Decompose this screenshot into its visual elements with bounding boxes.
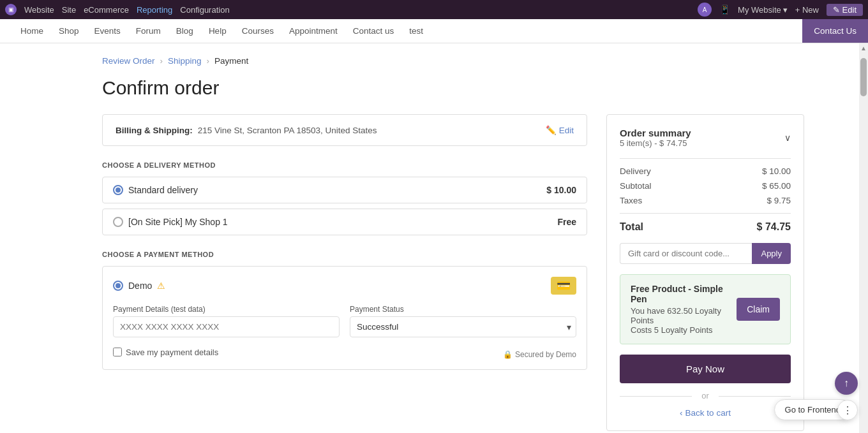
payment-section-header: CHOOSE A PAYMENT METHOD	[102, 251, 587, 258]
delivery-section-header: CHOOSE A DELIVERY METHOD	[102, 161, 587, 169]
payment-fields: Payment Details (test data) Payment Stat…	[113, 305, 576, 337]
radio-standard[interactable]	[113, 185, 123, 195]
admin-nav-configuration[interactable]: Configuration	[180, 5, 229, 15]
nav-test[interactable]: test	[401, 21, 431, 41]
payment-bottom-row: Save my payment details 🔒 Secured by Dem…	[113, 345, 576, 359]
apply-button[interactable]: Apply	[752, 243, 791, 264]
pay-now-button[interactable]: Pay Now	[620, 355, 791, 383]
warning-icon: ⚠	[157, 281, 165, 291]
nav-bar: Home Shop Events Forum Blog Help Courses…	[0, 19, 868, 43]
payment-status-field: Payment Status Successful Declined Pendi…	[350, 305, 576, 337]
radio-demo-payment[interactable]	[113, 281, 123, 291]
billing-info: Billing & Shipping: 215 Vine St, Scranto…	[116, 125, 377, 135]
loyalty-title: Free Product - Simple Pen	[631, 284, 737, 304]
scroll-up-btn[interactable]: ▲	[860, 45, 867, 52]
secured-by-text: Secured by Demo	[515, 350, 576, 359]
taxes-label: Taxes	[620, 196, 642, 205]
pencil-icon: ✏️	[546, 125, 557, 135]
breadcrumb-sep-1: ›	[160, 56, 163, 66]
loyalty-card: Free Product - Simple Pen You have 632.5…	[620, 274, 791, 344]
delivery-name-standard: Standard delivery	[128, 185, 198, 195]
scrollbar[interactable]: ▲	[859, 43, 868, 433]
nav-events[interactable]: Events	[87, 21, 128, 41]
delivery-price-standard: $ 10.00	[546, 185, 576, 195]
back-to-cart-link[interactable]: ‹ Back to cart	[620, 408, 791, 418]
save-payment-label[interactable]: Save my payment details	[113, 348, 218, 357]
summary-title: Order summary	[620, 128, 691, 138]
payment-status-select-wrapper: Successful Declined Pending ▾	[350, 316, 576, 337]
save-payment-checkbox[interactable]	[113, 348, 122, 356]
go-frontend-label: Go to Frontend	[785, 405, 841, 415]
breadcrumb-shipping[interactable]: Shipping	[168, 56, 202, 66]
right-column: Order summary 5 item(s) - $ 74.75 ∨ Deli…	[606, 114, 804, 431]
claim-button[interactable]: Claim	[737, 298, 780, 321]
total-label: Total	[620, 221, 643, 233]
summary-total-line: Total $ 74.75	[620, 221, 791, 233]
nav-appointment[interactable]: Appointment	[281, 21, 345, 41]
delivery-value: $ 10.00	[762, 166, 791, 176]
payment-name: Demo	[128, 281, 152, 291]
my-website-dropdown[interactable]: My Website ▾	[738, 5, 788, 15]
total-value: $ 74.75	[757, 221, 791, 233]
gift-card-row: Apply	[620, 243, 791, 264]
go-frontend-dots-button[interactable]: ⋮	[837, 400, 858, 420]
nav-blog[interactable]: Blog	[168, 21, 201, 41]
contact-us-button[interactable]: Contact Us	[802, 19, 868, 43]
odoo-icon: ▣	[5, 4, 17, 15]
admin-nav-site[interactable]: Site	[62, 5, 76, 15]
delivery-section: CHOOSE A DELIVERY METHOD Standard delive…	[102, 161, 587, 235]
chevron-down-icon: ▾	[783, 5, 788, 15]
billing-card: Billing & Shipping: 215 Vine St, Scranto…	[102, 114, 587, 146]
back-to-cart-text: Back to cart	[685, 408, 731, 418]
secured-by-row: 🔒 Secured by Demo	[503, 350, 576, 359]
nav-contact-us[interactable]: Contact us	[345, 21, 402, 41]
summary-delivery-line: Delivery $ 10.00	[620, 166, 791, 176]
summary-taxes-line: Taxes $ 9.75	[620, 196, 791, 205]
loyalty-costs: Costs 5 Loyalty Points	[631, 325, 737, 335]
breadcrumb-review-order[interactable]: Review Order	[102, 56, 155, 66]
nav-forum[interactable]: Forum	[128, 21, 168, 41]
main-content: Review Order › Shipping › Payment Confir…	[0, 43, 862, 433]
loyalty-points: You have 632.50 Loyalty Points	[631, 306, 737, 325]
scroll-to-top-button[interactable]: ↑	[835, 372, 858, 395]
admin-nav-website[interactable]: Website	[24, 5, 54, 15]
delivery-option-onsite[interactable]: [On Site Pick] My Shop 1 Free	[102, 209, 587, 235]
chevron-down-icon[interactable]: ∨	[784, 133, 791, 143]
subtotal-value: $ 65.00	[762, 181, 791, 191]
nav-help[interactable]: Help	[201, 21, 234, 41]
gift-card-input[interactable]	[620, 243, 752, 264]
admin-nav-reporting[interactable]: Reporting	[137, 5, 172, 15]
payment-card: Demo ⚠ 💳 Payment Details (test data)	[102, 266, 587, 370]
summary-header-text: Order summary 5 item(s) - $ 74.75	[620, 128, 691, 148]
taxes-value: $ 9.75	[767, 196, 791, 205]
payment-status-label: Payment Status	[350, 305, 576, 314]
nav-home[interactable]: Home	[13, 21, 51, 41]
nav-shop[interactable]: Shop	[51, 21, 87, 41]
loyalty-info: Free Product - Simple Pen You have 632.5…	[631, 284, 737, 335]
summary-subtotal-line: Subtotal $ 65.00	[620, 181, 791, 191]
billing-label: Billing & Shipping:	[116, 126, 193, 135]
delivery-label: Delivery	[620, 166, 651, 176]
page-wrapper: Review Order › Shipping › Payment Confir…	[0, 43, 868, 433]
user-avatar[interactable]: A	[698, 3, 712, 17]
option-left-standard: Standard delivery	[113, 185, 198, 195]
or-divider: or	[620, 391, 791, 400]
edit-button[interactable]: ✎ Edit	[827, 4, 863, 16]
nav-courses[interactable]: Courses	[234, 21, 281, 41]
summary-divider-2	[620, 213, 791, 214]
back-to-cart: ‹ Back to cart	[620, 408, 791, 418]
left-column: Billing & Shipping: 215 Vine St, Scranto…	[102, 114, 587, 431]
brand-logo[interactable]: ▣	[5, 4, 17, 15]
new-button[interactable]: + New	[795, 5, 819, 15]
scrollbar-thumb[interactable]	[860, 58, 867, 96]
order-summary-card: Order summary 5 item(s) - $ 74.75 ∨ Deli…	[606, 114, 804, 431]
radio-onsite[interactable]	[113, 217, 123, 227]
page-title: Confirm order	[102, 77, 836, 99]
admin-nav-ecommerce[interactable]: eCommerce	[84, 5, 129, 15]
admin-bar: ▣ Website Site eCommerce Reporting Confi…	[0, 0, 868, 19]
payment-status-select[interactable]: Successful Declined Pending	[350, 316, 576, 337]
payment-card-input[interactable]	[113, 316, 340, 337]
summary-divider-1	[620, 158, 791, 159]
billing-edit-link[interactable]: ✏️ Edit	[546, 125, 574, 135]
delivery-option-standard[interactable]: Standard delivery $ 10.00	[102, 177, 587, 203]
